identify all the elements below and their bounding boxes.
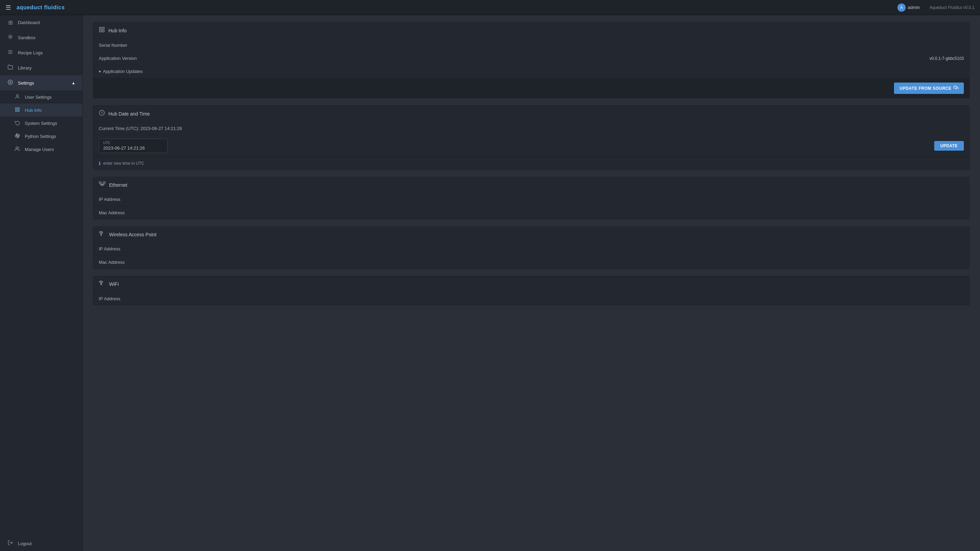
user-settings-icon — [14, 94, 21, 100]
logo-text: aqueduct fluidics — [16, 5, 65, 11]
app-version: Aqueduct Fluidics v0.0.1 — [929, 5, 975, 10]
svg-rect-21 — [103, 182, 105, 183]
wireless-ap-card: Wireless Access Point IP Address Mac Add… — [93, 226, 970, 269]
svg-rect-17 — [103, 30, 104, 32]
logo: aqueduct fluidics — [16, 5, 65, 11]
python-settings-label: Python Settings — [25, 134, 56, 139]
system-settings-icon — [14, 120, 21, 126]
svg-rect-15 — [103, 27, 104, 29]
utc-label: UTC — [103, 141, 163, 145]
chevron-down-icon: ▾ — [99, 69, 101, 74]
ethernet-header: Ethernet — [93, 177, 969, 193]
sidebar-bottom: Logout — [0, 536, 82, 551]
hub-info-header-icon — [99, 27, 105, 34]
info-icon: ℹ — [99, 160, 100, 166]
sidebar-item-hub-info[interactable]: Hub Info — [0, 103, 82, 117]
app-updates-label: Application Updates — [103, 69, 143, 74]
wireless-ap-mac-row: Mac Address — [93, 256, 969, 268]
update-from-source-label: UPDATE FROM SOURCE — [899, 86, 951, 91]
current-time-label: Current Time (UTC): 2023-06-27 14:21:26 — [99, 126, 964, 131]
main-layout: ⊞ Dashboard Sandbox Recipe Logs — [0, 15, 980, 551]
svg-point-11 — [18, 137, 18, 137]
sidebar-item-logout[interactable]: Logout — [0, 536, 82, 551]
app-updates-expand[interactable]: ▾ Application Updates — [99, 69, 143, 74]
serial-number-row: Serial Number — [93, 39, 969, 52]
sidebar-item-manage-users[interactable]: Manage Users — [0, 143, 82, 156]
svg-point-4 — [10, 81, 11, 83]
sidebar-item-label: Dashboard — [18, 20, 40, 25]
svg-point-10 — [16, 134, 17, 135]
serial-number-label: Serial Number — [99, 43, 964, 48]
user-menu[interactable]: A admin — [897, 3, 920, 12]
topbar: ☰ aqueduct fluidics A admin Aqueduct Flu… — [0, 0, 980, 15]
wifi-ip-label: IP Address — [99, 296, 964, 301]
time-input-row: UTC 2023-06-27 14:21:26 UPDATE — [93, 135, 969, 157]
svg-rect-8 — [15, 110, 16, 111]
svg-rect-16 — [99, 30, 101, 32]
utc-time-input[interactable]: UTC 2023-06-27 14:21:26 — [99, 139, 167, 153]
svg-point-0 — [10, 36, 11, 38]
wifi-icon — [99, 280, 106, 287]
sidebar-settings-label: Settings — [18, 81, 34, 86]
wireless-ap-ip-row: IP Address — [93, 243, 969, 256]
time-info-text: enter new time in UTC — [103, 161, 144, 166]
sidebar-item-settings[interactable]: Settings ▲ — [0, 75, 82, 91]
clock-icon — [99, 110, 105, 118]
upload-icon — [953, 85, 958, 91]
sidebar-item-library[interactable]: Library — [0, 60, 82, 75]
ethernet-ip-label: IP Address — [99, 197, 964, 202]
svg-rect-7 — [18, 108, 19, 109]
ethernet-ip-row: IP Address — [93, 193, 969, 206]
menu-icon[interactable]: ☰ — [5, 4, 11, 11]
wireless-ap-title: Wireless Access Point — [109, 232, 157, 237]
svg-rect-20 — [99, 182, 101, 183]
hub-datetime-header: Hub Date and Time — [93, 106, 969, 122]
svg-point-12 — [16, 147, 18, 149]
sidebar-item-sandbox[interactable]: Sandbox — [0, 30, 82, 45]
svg-point-5 — [16, 95, 18, 96]
svg-point-28 — [101, 284, 102, 285]
svg-rect-6 — [15, 108, 16, 109]
update-time-button[interactable]: UPDATE — [934, 141, 964, 151]
app-version-label: Application Version — [99, 56, 929, 61]
time-info-row: ℹ enter new time in UTC — [93, 157, 969, 170]
sidebar-item-label: Sandbox — [18, 35, 35, 40]
app-version-row: Application Version v0.0.1-7-gbbc5103 — [93, 52, 969, 65]
sidebar-item-python-settings[interactable]: Python Settings — [0, 130, 82, 143]
svg-rect-14 — [99, 27, 101, 29]
app-version-value: v0.0.1-7-gbbc5103 — [929, 56, 964, 61]
sidebar-item-recipe-logs[interactable]: Recipe Logs — [0, 45, 82, 60]
svg-point-27 — [101, 235, 102, 236]
svg-rect-9 — [18, 110, 19, 111]
python-settings-icon — [14, 133, 21, 139]
recipe-logs-icon — [7, 49, 14, 56]
library-icon — [7, 64, 14, 71]
hub-info-title: Hub Info — [108, 28, 127, 33]
system-settings-label: System Settings — [25, 121, 57, 126]
wifi-ip-row: IP Address — [93, 292, 969, 305]
sandbox-icon — [7, 34, 14, 41]
ethernet-mac-label: Mac Address — [99, 210, 964, 215]
hub-info-label: Hub Info — [25, 108, 41, 113]
sidebar-item-dashboard[interactable]: ⊞ Dashboard — [0, 15, 82, 30]
wireless-ap-ip-label: IP Address — [99, 246, 964, 251]
user-settings-label: User Settings — [25, 95, 52, 100]
utc-value: 2023-06-27 14:21:26 — [103, 146, 163, 151]
manage-users-label: Manage Users — [25, 147, 54, 152]
hub-datetime-title: Hub Date and Time — [108, 111, 150, 117]
ethernet-icon — [99, 181, 106, 189]
sidebar: ⊞ Dashboard Sandbox Recipe Logs — [0, 15, 83, 551]
settings-submenu: User Settings Hub Info System Settings — [0, 91, 82, 156]
update-from-source-button[interactable]: UPDATE FROM SOURCE — [894, 83, 964, 94]
wireless-ap-icon — [99, 231, 106, 238]
hub-info-icon — [14, 107, 21, 113]
hub-info-header: Hub Info — [93, 22, 969, 39]
sidebar-item-user-settings[interactable]: User Settings — [0, 91, 82, 103]
user-avatar: A — [897, 3, 906, 12]
settings-icon — [7, 79, 14, 86]
wifi-header: WiFi — [93, 276, 969, 292]
ethernet-mac-row: Mac Address — [93, 206, 969, 219]
sidebar-item-system-settings[interactable]: System Settings — [0, 117, 82, 130]
user-label: admin — [908, 5, 920, 10]
app-updates-row[interactable]: ▾ Application Updates — [93, 65, 969, 78]
